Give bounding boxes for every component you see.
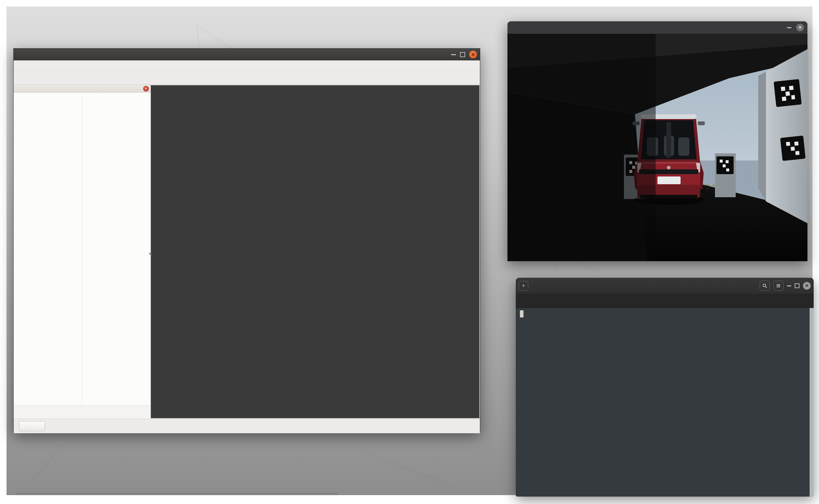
maximize-icon[interactable] [795,283,799,288]
rviz-toolbar [14,71,480,85]
carla-camera-view [507,34,807,261]
terminal-tab-bar [516,294,814,308]
right-pillar-side [758,72,766,201]
fiducial-marker [717,156,734,174]
desktop-bottom-strip [15,493,338,495]
panel-close-button[interactable] [143,86,149,92]
terminal-output[interactable] [516,308,814,497]
new-tab-button[interactable]: + [519,281,528,290]
desktop: ✕ [7,7,812,495]
carla-hud-overlay [507,34,656,261]
fiducial-marker [774,79,802,107]
fiducial-marker [780,136,806,161]
terminal-window: + ✕ [516,278,814,496]
terminal-titlebar[interactable]: + ✕ [516,278,814,294]
minimize-icon[interactable] [787,285,791,286]
minimize-icon[interactable] [787,27,791,28]
carla-window: ✕ [507,21,807,261]
rviz-window: ✕ [13,48,480,433]
license-plate [658,176,681,184]
rviz-statusbar [14,419,480,433]
scrollbar[interactable] [810,308,814,497]
displays-tree [14,93,150,405]
displays-panel [14,85,151,419]
viewport-scene [151,85,479,420]
rviz-menubar [14,60,480,71]
displays-panel-buttons [14,405,150,419]
close-icon[interactable]: ✕ [469,51,477,58]
rviz-3d-viewport[interactable] [151,85,480,419]
search-icon[interactable] [760,281,770,291]
carla-titlebar[interactable]: ✕ [507,21,807,34]
panel-collapse-handle[interactable] [149,252,151,256]
close-icon[interactable]: ✕ [803,282,811,290]
rviz-titlebar[interactable]: ✕ [14,49,480,60]
reset-button[interactable] [19,421,45,431]
maximize-icon[interactable] [460,52,465,57]
menu-icon[interactable] [773,281,783,291]
terminal-cursor [520,310,523,317]
minimize-icon[interactable] [451,54,456,55]
close-icon[interactable]: ✕ [796,24,804,31]
